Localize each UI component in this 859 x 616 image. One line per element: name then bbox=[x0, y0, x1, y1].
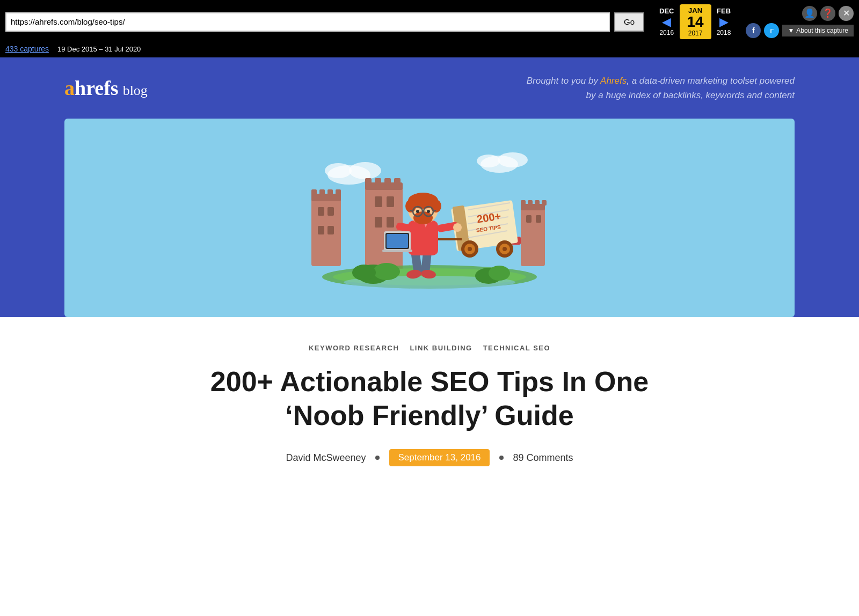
wayback-icons: 👤 ❓ ✕ f 𝕣 ▼ About this capture bbox=[746, 6, 854, 38]
captures-bar: 433 captures 19 Dec 2015 – 31 Jul 2020 bbox=[0, 43, 859, 57]
meta-dot-1 bbox=[375, 456, 380, 460]
about-capture-button[interactable]: ▼ About this capture bbox=[782, 25, 854, 36]
article-tags: KEYWORD RESEARCH LINK BUILDING TECHNICAL… bbox=[64, 344, 795, 352]
svg-rect-14 bbox=[327, 189, 333, 196]
svg-rect-63 bbox=[408, 221, 438, 255]
svg-point-1 bbox=[349, 162, 381, 179]
svg-rect-22 bbox=[535, 200, 540, 206]
tagline-brand: Ahrefs bbox=[600, 76, 627, 86]
svg-rect-26 bbox=[365, 178, 372, 185]
svg-rect-10 bbox=[318, 226, 324, 234]
logo-area: a hrefs blog bbox=[64, 76, 148, 100]
hero-illustration: 200+ SEO TIPS bbox=[295, 132, 564, 304]
captures-date: 19 Dec 2015 – 31 Jul 2020 bbox=[57, 45, 141, 53]
svg-point-67 bbox=[453, 223, 462, 232]
article-area: KEYWORD RESEARCH LINK BUILDING TECHNICAL… bbox=[0, 317, 859, 488]
month-current: JAN 14 2017 bbox=[680, 4, 711, 39]
svg-point-54 bbox=[468, 247, 472, 251]
tag-link-building[interactable]: LINK BUILDING bbox=[410, 344, 472, 352]
calendar-nav: DEC ◀ 2016 JAN 14 2017 FEB ▶ 2018 bbox=[654, 4, 736, 39]
meta-dot-2 bbox=[499, 456, 504, 460]
wayback-bar: Go DEC ◀ 2016 JAN 14 2017 FEB ▶ 2018 👤 ❓… bbox=[0, 0, 859, 43]
svg-rect-19 bbox=[536, 215, 541, 223]
article-title: 200+ Actionable SEO Tips In One ‘Noob Fr… bbox=[188, 365, 671, 432]
tag-technical-seo[interactable]: TECHNICAL SEO bbox=[483, 344, 550, 352]
article-meta: David McSweeney September 13, 2016 89 Co… bbox=[64, 449, 795, 466]
month-prev: DEC ◀ 2016 bbox=[654, 7, 679, 36]
svg-rect-18 bbox=[526, 215, 532, 223]
svg-rect-6 bbox=[311, 196, 341, 266]
url-input[interactable] bbox=[5, 12, 610, 32]
svg-point-5 bbox=[477, 155, 500, 167]
svg-rect-9 bbox=[327, 207, 334, 216]
svg-point-84 bbox=[427, 210, 430, 213]
hero-image: 200+ SEO TIPS bbox=[64, 119, 795, 317]
svg-rect-28 bbox=[384, 178, 391, 185]
tag-keyword-research[interactable]: KEYWORD RESEARCH bbox=[309, 344, 399, 352]
svg-rect-71 bbox=[387, 234, 408, 248]
icons-row-bottom: f 𝕣 ▼ About this capture bbox=[746, 23, 854, 38]
page-fill bbox=[0, 488, 859, 595]
twitter-icon[interactable]: 𝕣 bbox=[764, 23, 779, 38]
svg-rect-27 bbox=[375, 178, 381, 185]
author-name: David McSweeney bbox=[286, 452, 366, 464]
svg-rect-21 bbox=[528, 200, 533, 206]
hero-area: 200+ SEO TIPS bbox=[0, 119, 859, 317]
svg-rect-13 bbox=[319, 189, 325, 196]
next-arrow[interactable]: ▶ bbox=[717, 15, 731, 29]
help-icon[interactable]: ❓ bbox=[820, 6, 835, 21]
logo-a: a bbox=[64, 76, 75, 100]
prev-arrow[interactable]: ◀ bbox=[660, 15, 673, 29]
close-icon[interactable]: ✕ bbox=[839, 6, 854, 21]
dropdown-arrow-icon: ▼ bbox=[788, 27, 794, 34]
svg-point-83 bbox=[416, 210, 419, 213]
tagline-prefix: Brought to you by bbox=[527, 76, 600, 86]
svg-rect-32 bbox=[375, 217, 382, 228]
svg-rect-30 bbox=[375, 196, 382, 207]
svg-point-4 bbox=[498, 152, 528, 167]
icons-row-top: 👤 ❓ ✕ bbox=[802, 6, 854, 21]
svg-rect-15 bbox=[336, 189, 341, 196]
svg-rect-12 bbox=[311, 189, 317, 196]
svg-rect-72 bbox=[382, 250, 412, 252]
svg-point-41 bbox=[489, 266, 510, 281]
svg-point-39 bbox=[352, 265, 376, 281]
logo-hrefs: hrefs bbox=[75, 76, 119, 100]
svg-point-2 bbox=[325, 163, 352, 178]
svg-rect-29 bbox=[394, 178, 401, 185]
svg-rect-8 bbox=[318, 207, 324, 216]
svg-point-77 bbox=[413, 211, 433, 224]
facebook-icon[interactable]: f bbox=[746, 23, 761, 38]
svg-rect-31 bbox=[387, 196, 394, 207]
svg-rect-11 bbox=[327, 226, 334, 234]
svg-rect-33 bbox=[387, 217, 394, 228]
user-icon[interactable]: 👤 bbox=[802, 6, 817, 21]
tagline: Brought to you by Ahrefs, a data-driven … bbox=[526, 74, 795, 102]
logo-blog: blog bbox=[123, 83, 148, 99]
date-badge: September 13, 2016 bbox=[389, 449, 489, 466]
month-next: FEB ▶ 2018 bbox=[711, 7, 737, 36]
svg-rect-20 bbox=[521, 200, 526, 206]
comments-count[interactable]: 89 Comments bbox=[513, 452, 573, 464]
svg-rect-23 bbox=[542, 200, 547, 206]
go-button[interactable]: Go bbox=[614, 12, 644, 32]
blog-header: a hrefs blog Brought to you by Ahrefs, a… bbox=[0, 57, 859, 119]
captures-link[interactable]: 433 captures bbox=[5, 45, 49, 53]
svg-rect-16 bbox=[521, 207, 545, 266]
svg-point-57 bbox=[503, 247, 507, 251]
svg-point-38 bbox=[373, 263, 400, 280]
